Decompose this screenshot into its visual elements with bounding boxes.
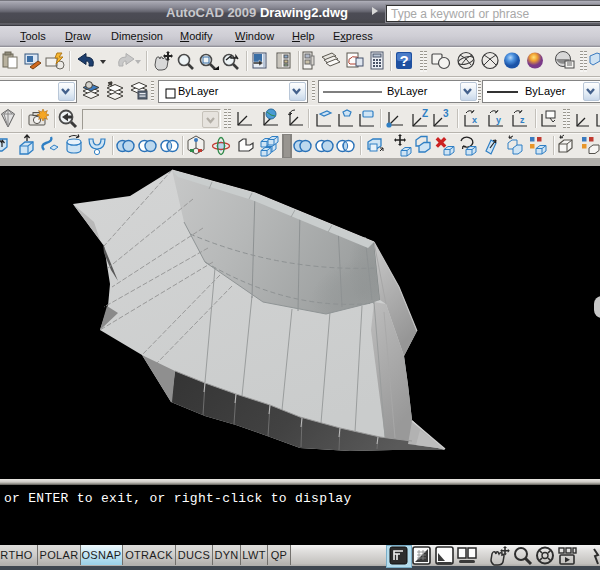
svg-text:x: x xyxy=(472,115,477,125)
svg-text:z: z xyxy=(520,115,525,125)
svg-text:?: ? xyxy=(399,52,408,69)
svg-text:3: 3 xyxy=(443,108,449,119)
svg-text:y: y xyxy=(496,115,501,125)
svg-text:Z: Z xyxy=(422,108,428,119)
